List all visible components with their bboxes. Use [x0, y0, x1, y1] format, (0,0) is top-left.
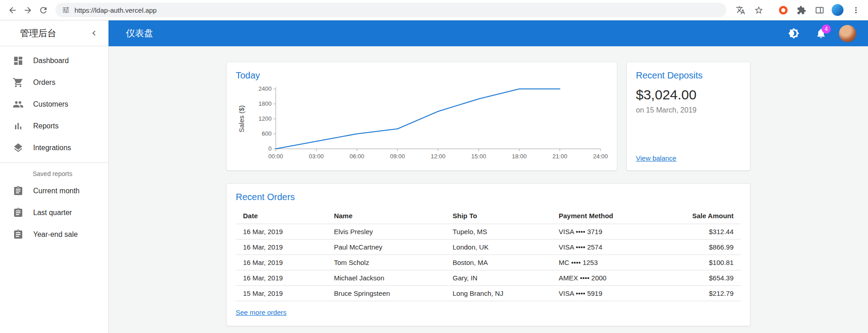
cell-ship-to: Boston, MA	[445, 255, 551, 270]
orders-table: Date Name Ship To Payment Method Sale Am…	[236, 208, 741, 301]
sidebar-item-label: Integrations	[33, 144, 71, 152]
theme-toggle-button[interactable]	[784, 24, 803, 43]
svg-text:09:00: 09:00	[390, 153, 405, 160]
cell-date: 15 Mar, 2019	[236, 286, 327, 301]
page-title: 仪表盘	[126, 27, 154, 39]
notifications-button[interactable]: 4	[812, 24, 830, 43]
browser-profile-button[interactable]	[830, 2, 845, 18]
site-settings-icon[interactable]	[62, 6, 70, 14]
extensions-button[interactable]	[794, 2, 809, 18]
cell-payment: AMEX •••• 2000	[551, 270, 660, 286]
sidebar-item-last-quarter[interactable]: Last quarter	[0, 202, 108, 224]
svg-text:1200: 1200	[258, 115, 272, 122]
orders-card: Recent Orders Date Name Ship To Payment …	[226, 183, 750, 326]
cell-name: Michael Jackson	[327, 270, 445, 286]
cell-date: 16 Mar, 2019	[236, 240, 327, 255]
cell-amount: $654.39	[660, 270, 741, 286]
forward-button[interactable]	[20, 2, 35, 18]
url-bar[interactable]: https://ldap-auth.vercel.app	[55, 3, 726, 17]
sidebar-item-label: Reports	[33, 122, 59, 130]
back-button[interactable]	[5, 2, 20, 18]
cell-name: Tom Scholz	[327, 255, 445, 270]
refresh-button[interactable]	[35, 2, 51, 18]
cell-ship-to: London, UK	[445, 240, 551, 255]
notification-badge: 4	[822, 24, 831, 34]
column-header-amount: Sale Amount	[660, 208, 741, 224]
main-area: 仪表盘 4 Today 060012001800240000:0003:	[109, 20, 868, 333]
sidebar-item-reports[interactable]: Reports	[0, 115, 108, 137]
dashboard-content: Today 060012001800240000:0003:0006:0009:…	[109, 46, 868, 333]
svg-text:03:00: 03:00	[309, 153, 324, 160]
sidebar-item-customers[interactable]: Customers	[0, 93, 108, 115]
translate-button[interactable]	[733, 2, 748, 18]
deposit-date: on 15 March, 2019	[636, 106, 741, 114]
see-more-orders-link[interactable]: See more orders	[236, 309, 287, 316]
cell-ship-to: Gary, IN	[445, 270, 551, 286]
cell-date: 16 Mar, 2019	[236, 270, 327, 286]
sidebar-item-orders[interactable]: Orders	[0, 72, 108, 93]
today-card-title: Today	[236, 70, 608, 81]
collapse-sidebar-button[interactable]	[86, 25, 102, 41]
svg-text:2400: 2400	[258, 85, 272, 92]
assignment-icon	[13, 207, 24, 218]
table-row: 16 Mar, 2019 Elvis Presley Tupelo, MS VI…	[236, 224, 741, 240]
layers-icon	[13, 142, 24, 153]
browser-avatar	[832, 4, 843, 16]
toolbar-right	[733, 2, 863, 18]
sidebar-item-dashboard[interactable]: Dashboard	[0, 50, 108, 72]
url-text[interactable]: https://ldap-auth.vercel.app	[74, 6, 157, 14]
sidebar-header: 管理后台	[0, 20, 108, 46]
people-icon	[13, 99, 24, 110]
bar-chart-icon	[13, 121, 24, 132]
cell-amount: $100.81	[660, 255, 741, 270]
sidebar-item-label: Last quarter	[33, 209, 72, 217]
refresh-icon	[39, 5, 48, 15]
deposits-card-title: Recent Deposits	[636, 70, 741, 81]
browser-menu-button[interactable]	[848, 2, 863, 18]
forward-icon	[23, 5, 33, 15]
svg-text:15:00: 15:00	[471, 153, 486, 160]
cell-ship-to: Long Branch, NJ	[445, 286, 551, 301]
dashboard-icon	[13, 55, 24, 66]
cell-amount: $212.79	[660, 286, 741, 301]
sidebar-item-label: Customers	[33, 100, 68, 108]
extension-shortcut-button[interactable]	[775, 2, 791, 18]
cell-payment: MC •••• 1253	[551, 255, 660, 270]
chevron-left-icon	[89, 28, 99, 38]
table-row: 16 Mar, 2019 Tom Scholz Boston, MA MC ••…	[236, 255, 741, 270]
cell-date: 16 Mar, 2019	[236, 224, 327, 240]
bookmark-button[interactable]	[751, 2, 766, 18]
user-avatar[interactable]	[839, 25, 856, 42]
appbar-actions: 4	[784, 24, 856, 43]
svg-text:600: 600	[262, 130, 272, 137]
saved-reports-nav: Current month Last quarter Year-end sale	[0, 180, 108, 249]
table-row: 16 Mar, 2019 Paul McCartney London, UK V…	[236, 240, 741, 255]
sidebar-item-label: Current month	[33, 187, 79, 195]
main-nav: Dashboard Orders Customers Reports Integ…	[0, 46, 108, 162]
table-row: 16 Mar, 2019 Michael Jackson Gary, IN AM…	[236, 270, 741, 286]
svg-text:21:00: 21:00	[552, 153, 567, 160]
cell-name: Paul McCartney	[327, 240, 445, 255]
cell-name: Bruce Springsteen	[327, 286, 445, 301]
deposit-amount: $3,024.00	[636, 87, 741, 103]
sidebar-item-year-end-sale[interactable]: Year-end sale	[0, 224, 108, 245]
orders-card-title: Recent Orders	[236, 192, 741, 202]
cell-payment: VISA •••• 2574	[551, 240, 660, 255]
today-card: Today 060012001800240000:0003:0006:0009:…	[226, 62, 617, 171]
sidebar-item-current-month[interactable]: Current month	[0, 180, 108, 202]
cell-amount: $866.99	[660, 240, 741, 255]
svg-text:06:00: 06:00	[349, 153, 364, 160]
today-chart: 060012001800240000:0003:0006:0009:0012:0…	[236, 83, 609, 166]
cell-date: 16 Mar, 2019	[236, 255, 327, 270]
column-header-payment: Payment Method	[551, 208, 660, 224]
side-panel-button[interactable]	[812, 2, 827, 18]
svg-text:1800: 1800	[258, 100, 272, 107]
cell-ship-to: Tupelo, MS	[445, 224, 551, 240]
star-icon	[754, 5, 764, 15]
column-header-date: Date	[236, 208, 327, 224]
orders-header-row: Date Name Ship To Payment Method Sale Am…	[236, 208, 741, 224]
sidebar-item-integrations[interactable]: Integrations	[0, 137, 108, 159]
cell-payment: VISA •••• 3719	[551, 224, 660, 240]
sidebar: 管理后台 Dashboard Orders Customers Reports	[0, 20, 109, 333]
view-balance-link[interactable]: View balance	[636, 154, 741, 162]
